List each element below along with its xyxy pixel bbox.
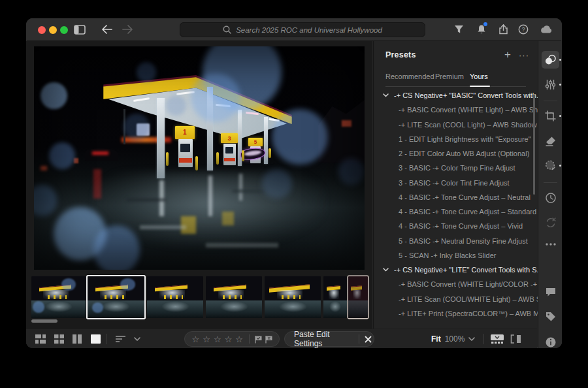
preset-row[interactable]: 5 - SCAN -+ Inky Blacks Slider [374, 248, 538, 263]
zoom-fit-label[interactable]: Fit [431, 334, 441, 344]
filmstrip-scrollbar[interactable] [26, 319, 372, 324]
cloud-sync-icon[interactable] [539, 24, 553, 35]
more-ellipsis-icon [546, 243, 556, 246]
preset-row[interactable]: 2 - EDIT Color Auto WB Adjust (Optional) [374, 146, 538, 161]
preset-group-row[interactable]: -+ CS Negative+ "BASIC" Convert Tools wi… [374, 88, 538, 103]
sort-order-chevron[interactable] [131, 333, 144, 345]
sidebar-toggle-icon[interactable] [73, 24, 86, 35]
rating-star-5[interactable]: ☆ [234, 334, 245, 344]
preset-row[interactable]: 4 - BASIC -+ Tone Curve Adjust – Vivid [374, 219, 538, 233]
preset-row[interactable]: -+ LITE Scan (COOL/WHITE Light) – AWB Sh… [374, 292, 538, 306]
crop-tool-button[interactable] [542, 107, 559, 125]
filmstrip-thumbnail[interactable] [323, 276, 347, 318]
loupe-view: 1 3 5 [26, 41, 372, 348]
toolbar-divider [483, 334, 484, 344]
filmstrip-toggle-icon [491, 334, 504, 344]
presets-tool-button[interactable] [542, 51, 559, 69]
zoom-window-button[interactable] [60, 26, 68, 34]
search-icon [223, 25, 231, 34]
compare-view-button[interactable] [71, 333, 84, 345]
rating-star-2[interactable]: ☆ [201, 334, 212, 344]
comment-bubble-icon [545, 287, 557, 297]
preset-row[interactable]: 3 - BASIC -+ Color Temp Fine Adjust [374, 161, 538, 175]
preset-row[interactable]: 3 - BASIC -+ Color Tint Fine Adjust [374, 176, 538, 190]
grid-view-icon [54, 334, 64, 344]
toggle-filmstrip-button[interactable] [489, 333, 506, 345]
zoom-level-value[interactable]: 100% [445, 334, 465, 344]
create-preset-button[interactable]: + [500, 48, 515, 62]
dismiss-paste-button[interactable] [363, 336, 374, 343]
filmstrip-thumbnail-partial[interactable] [348, 276, 368, 318]
tab-premium[interactable]: Premium [435, 73, 464, 80]
back-arrow-icon[interactable] [100, 24, 113, 35]
preset-group-row[interactable]: -+ CS Negative+ "LITE" Convert Tools wit… [374, 263, 538, 277]
forward-arrow-icon[interactable] [121, 24, 134, 35]
healing-eraser-icon [545, 136, 557, 146]
tab-recommended[interactable]: Recommended [385, 73, 434, 80]
preset-row[interactable]: -+ LITE Scan (COOL Light) – AWB Shadow S… [374, 118, 538, 132]
keywords-button[interactable] [542, 308, 559, 325]
filmstrip-thumbnail[interactable] [265, 276, 321, 318]
masking-tool-button[interactable] [542, 157, 559, 174]
revert-button-disabled[interactable] [542, 214, 559, 231]
filmstrip [26, 276, 372, 319]
presets-more-options-button[interactable]: ··· [516, 48, 532, 62]
edit-tool-button[interactable] [542, 76, 559, 93]
comments-button[interactable] [542, 283, 559, 300]
rail-divider [544, 101, 557, 101]
lightroom-window: Search 2025 ROC and Universal Hollywood … [26, 18, 562, 348]
search-input[interactable]: Search 2025 ROC and Universal Hollywood [180, 22, 425, 37]
reject-flag-button[interactable] [263, 335, 274, 344]
detail-view-button-active[interactable] [89, 333, 102, 345]
notifications-bell-icon[interactable] [474, 24, 489, 35]
share-icon[interactable] [496, 24, 510, 35]
compare-view-icon [73, 334, 82, 344]
notification-badge [483, 22, 487, 26]
info-button[interactable] [542, 333, 559, 348]
rail-more-button[interactable] [542, 235, 559, 253]
square-grid-view-button[interactable] [52, 333, 65, 345]
pick-flag-button[interactable] [253, 335, 263, 344]
filmstrip-scrollbar-thumb[interactable] [31, 319, 57, 323]
photo-grid-view-button[interactable] [34, 333, 47, 345]
main-photo[interactable]: 1 3 5 [34, 46, 365, 270]
close-window-button[interactable] [38, 26, 46, 34]
pick-flag-icon [254, 335, 263, 344]
history-button[interactable] [542, 189, 559, 206]
preset-row[interactable]: 5 - BASIC -+ Neutral Density Fine Adjust [374, 234, 538, 248]
content-area: 1 3 5 [26, 41, 562, 348]
rating-star-1[interactable]: ☆ [190, 334, 201, 344]
filmstrip-thumbnail-selected[interactable] [88, 276, 144, 318]
healing-tool-button[interactable] [542, 132, 559, 150]
preset-row[interactable]: 1 - EDIT Light Brightness with "Exposure… [374, 132, 538, 146]
preset-row[interactable]: -+ LITE+ Print (SpectraCOLOR™) – AWB Mid… [374, 306, 538, 321]
panel-edge-dot [559, 115, 561, 117]
paste-edit-settings-button[interactable]: Paste Edit Settings [285, 330, 355, 348]
filmstrip-thumbnail[interactable] [147, 276, 203, 318]
chevron-down-icon[interactable] [468, 337, 475, 341]
zoom-controls: Fit 100% [431, 329, 475, 348]
detail-view-icon [91, 334, 101, 344]
before-after-view-button[interactable] [508, 333, 523, 345]
preset-list-scrollbar-thumb[interactable] [533, 94, 535, 195]
chevron-down-icon [383, 268, 389, 272]
mosaic-view-icon [35, 334, 46, 344]
presets-icon [544, 54, 557, 65]
chevron-down-icon [383, 93, 389, 97]
rating-star-3[interactable]: ☆ [212, 334, 223, 344]
filter-icon[interactable] [451, 24, 466, 35]
filmstrip-thumbnail[interactable] [31, 276, 86, 318]
sort-button[interactable] [113, 333, 129, 345]
preset-row[interactable]: -+ BASIC Convert (WHITE Light/COLOR -+ C… [374, 277, 538, 291]
rating-star-4[interactable]: ☆ [223, 334, 234, 344]
filmstrip-thumbnail[interactable] [206, 276, 262, 318]
minimize-window-button[interactable] [49, 26, 57, 34]
help-icon[interactable]: ? [516, 24, 531, 35]
preset-row[interactable]: 4 - BASIC -+ Tone Curve Adjust – Neutral [374, 190, 538, 204]
toolbar-divider [106, 334, 107, 344]
tab-yours[interactable]: Yours [470, 73, 488, 80]
svg-text:?: ? [522, 26, 525, 33]
preset-row[interactable]: -+ BASIC Convert (WHITE Light) – AWB Sha… [374, 103, 538, 117]
panel-edge-dot [559, 59, 561, 61]
preset-row[interactable]: 4 - BASIC -+ Tone Curve Adjust – Standar… [374, 204, 538, 219]
